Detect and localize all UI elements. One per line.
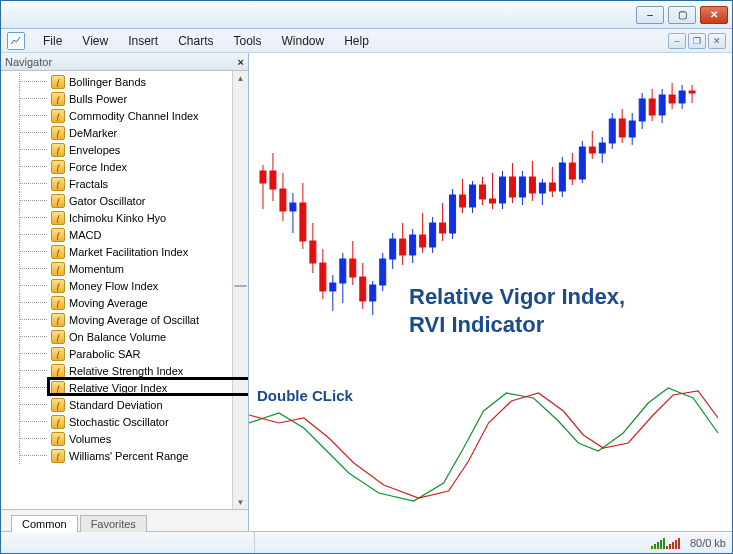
navigator-scrollbar[interactable]: ▲ ▼ xyxy=(232,71,248,509)
tab-favorites[interactable]: Favorites xyxy=(80,515,147,532)
indicator-item[interactable]: fGator Oscillator xyxy=(3,192,232,209)
connection-bars-icon xyxy=(651,537,680,549)
indicator-label: Commodity Channel Index xyxy=(69,110,199,122)
titlebar: – ▢ ✕ xyxy=(1,1,732,29)
indicator-label: Relative Strength Index xyxy=(69,365,183,377)
window-minimize-button[interactable]: – xyxy=(636,6,664,24)
indicator-label: MACD xyxy=(69,229,101,241)
indicator-item[interactable]: fMoving Average xyxy=(3,294,232,311)
svg-rect-20 xyxy=(350,259,356,277)
indicator-icon: f xyxy=(51,279,65,293)
indicator-label: Envelopes xyxy=(69,144,120,156)
indicator-item[interactable]: fRelative Strength Index xyxy=(3,362,232,379)
indicator-label: Bollinger Bands xyxy=(69,76,146,88)
indicator-item[interactable]: fFractals xyxy=(3,175,232,192)
indicator-label: Market Facilitation Index xyxy=(69,246,188,258)
indicator-item[interactable]: fOn Balance Volume xyxy=(3,328,232,345)
indicator-item[interactable]: fParabolic SAR xyxy=(3,345,232,362)
menu-help[interactable]: Help xyxy=(334,32,379,50)
indicator-icon: f xyxy=(51,364,65,378)
menu-charts[interactable]: Charts xyxy=(168,32,223,50)
svg-rect-76 xyxy=(629,121,635,137)
svg-rect-52 xyxy=(509,177,515,197)
svg-rect-64 xyxy=(569,163,575,179)
window-maximize-button[interactable]: ▢ xyxy=(668,6,696,24)
indicator-label: Fractals xyxy=(69,178,108,190)
indicator-label: Volumes xyxy=(69,433,111,445)
svg-rect-14 xyxy=(320,263,326,291)
navigator-close-icon[interactable]: × xyxy=(238,56,244,68)
menu-window[interactable]: Window xyxy=(272,32,335,50)
svg-rect-66 xyxy=(579,147,585,179)
svg-rect-50 xyxy=(499,177,505,203)
menu-view[interactable]: View xyxy=(72,32,118,50)
indicator-icon: f xyxy=(51,296,65,310)
svg-rect-8 xyxy=(290,203,296,211)
indicator-item[interactable]: fStochastic Oscillator xyxy=(3,413,232,430)
svg-rect-84 xyxy=(669,95,675,103)
indicator-item[interactable]: fWilliams' Percent Range xyxy=(3,447,232,464)
svg-rect-60 xyxy=(549,183,555,191)
svg-rect-38 xyxy=(440,223,446,233)
indicator-icon: f xyxy=(51,347,65,361)
indicator-item[interactable]: fDeMarker xyxy=(3,124,232,141)
indicator-icon: f xyxy=(51,211,65,225)
svg-rect-68 xyxy=(589,147,595,153)
indicator-icon: f xyxy=(51,75,65,89)
menu-file[interactable]: File xyxy=(33,32,72,50)
indicator-label: Stochastic Oscillator xyxy=(69,416,169,428)
indicator-item[interactable]: fBollinger Bands xyxy=(3,73,232,90)
indicator-icon: f xyxy=(51,194,65,208)
main-window: – ▢ ✕ File View Insert Charts Tools Wind… xyxy=(0,0,733,554)
indicator-item[interactable]: fEnvelopes xyxy=(3,141,232,158)
svg-rect-16 xyxy=(330,283,336,291)
svg-rect-40 xyxy=(450,195,456,233)
menu-tools[interactable]: Tools xyxy=(224,32,272,50)
mdi-restore-button[interactable]: ❐ xyxy=(688,33,706,49)
indicator-label: Relative Vigor Index xyxy=(69,382,167,394)
svg-rect-24 xyxy=(370,285,376,301)
indicator-icon: f xyxy=(51,313,65,327)
indicator-item[interactable]: fMoving Average of Oscillat xyxy=(3,311,232,328)
indicator-item[interactable]: fStandard Deviation xyxy=(3,396,232,413)
indicator-item[interactable]: fRelative Vigor Index xyxy=(3,379,232,396)
indicator-item[interactable]: fCommodity Channel Index xyxy=(3,107,232,124)
indicator-item[interactable]: fMomentum xyxy=(3,260,232,277)
indicator-item[interactable]: fBulls Power xyxy=(3,90,232,107)
mdi-minimize-button[interactable]: – xyxy=(668,33,686,49)
window-close-button[interactable]: ✕ xyxy=(700,6,728,24)
svg-rect-58 xyxy=(539,183,545,193)
indicator-item[interactable]: fMarket Facilitation Index xyxy=(3,243,232,260)
scroll-up-icon[interactable]: ▲ xyxy=(233,71,248,85)
svg-rect-78 xyxy=(639,99,645,121)
indicator-label: Parabolic SAR xyxy=(69,348,141,360)
svg-rect-74 xyxy=(619,119,625,137)
svg-rect-10 xyxy=(300,203,306,241)
svg-rect-44 xyxy=(470,185,476,207)
svg-rect-48 xyxy=(490,199,496,203)
indicator-item[interactable]: fVolumes xyxy=(3,430,232,447)
chart-area[interactable]: Relative Vigor Index, RVI Indicator Doub… xyxy=(249,53,732,531)
scroll-down-icon[interactable]: ▼ xyxy=(233,495,248,509)
indicator-item[interactable]: fMoney Flow Index xyxy=(3,277,232,294)
indicator-label: Money Flow Index xyxy=(69,280,158,292)
indicator-icon: f xyxy=(51,245,65,259)
navigator-panel: Navigator × fBollinger BandsfBulls Power… xyxy=(1,53,249,531)
mdi-close-button[interactable]: ✕ xyxy=(708,33,726,49)
svg-rect-12 xyxy=(310,241,316,263)
app-icon xyxy=(7,32,25,50)
menu-insert[interactable]: Insert xyxy=(118,32,168,50)
annotation-double-click: Double CLick xyxy=(257,387,353,404)
indicator-item[interactable]: fIchimoku Kinko Hyo xyxy=(3,209,232,226)
indicator-label: Standard Deviation xyxy=(69,399,163,411)
indicator-icon: f xyxy=(51,92,65,106)
indicator-icon: f xyxy=(51,381,65,395)
indicator-icon: f xyxy=(51,415,65,429)
tab-common[interactable]: Common xyxy=(11,515,78,532)
svg-rect-4 xyxy=(270,171,276,189)
indicator-item[interactable]: fMACD xyxy=(3,226,232,243)
indicator-icon: f xyxy=(51,177,65,191)
indicator-icon: f xyxy=(51,109,65,123)
scroll-thumb[interactable] xyxy=(234,285,247,287)
indicator-item[interactable]: fForce Index xyxy=(3,158,232,175)
